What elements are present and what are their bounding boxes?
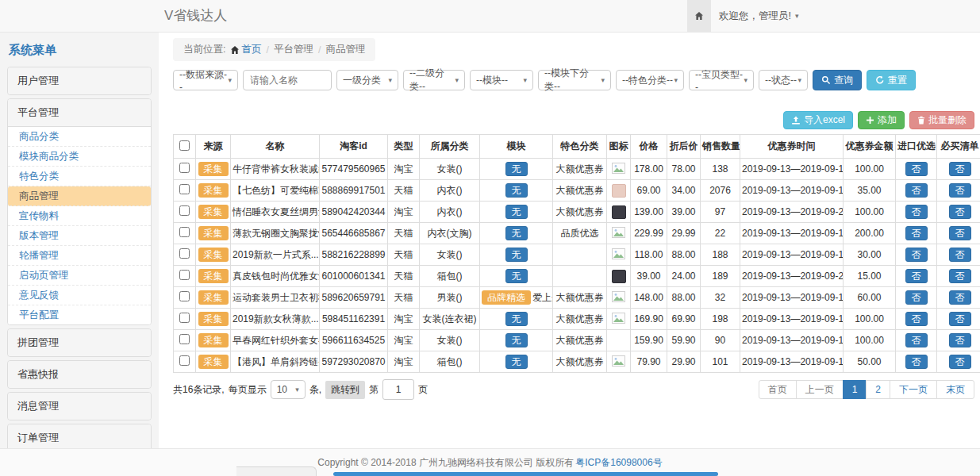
breadcrumb-separator: / [318,44,321,56]
sidebar-item-特色分类[interactable]: 特色分类 [8,167,151,186]
coupon-time-cell: 2019-09-13—2019-09-17 [740,309,844,330]
module-none-badge[interactable]: 无 [505,269,528,283]
row-checkbox[interactable] [179,355,190,366]
sidebar-item-启动页管理[interactable]: 启动页管理 [8,266,151,286]
filter-name-input[interactable] [243,70,332,90]
sidebar-group-header[interactable]: 平台管理 [8,99,151,127]
sidebar-item-平台配置[interactable]: 平台配置 [8,305,151,324]
sidebar-item-模块商品分类[interactable]: 模块商品分类 [8,147,151,167]
header-home-button[interactable] [687,0,711,32]
icp-link[interactable]: 粤ICP备16098006号 [575,456,662,470]
jump-button[interactable]: 跳转到 [325,381,365,399]
table-row: 采集牛仔背带裤女秋装减龄...577479560965淘宝女装()无大额优惠券1… [174,159,980,180]
sidebar-group-header[interactable]: 省惠快报 [8,361,151,388]
sales-cell: 32 [701,287,740,309]
filter-select-feature-category[interactable]: --特色分类--▾ [616,70,684,90]
pagination-row: 共16条记录, 每页显示 10 ▾ 条, 跳转到 第 页 首页上一页12下一页末… [173,379,974,400]
filter-select-module-sub-category[interactable]: --模块下分类--▾ [538,70,611,90]
select-all-checkbox[interactable] [179,140,190,151]
row-checkbox[interactable] [179,334,190,344]
filter-select-level1-category[interactable]: 一级分类▾ [336,70,398,90]
import-excel-button[interactable]: 导入excel [783,111,853,129]
user-menu[interactable]: 欢迎您，管理员! ▾ [719,0,799,32]
search-button[interactable]: 查询 [813,70,862,90]
filter-select-item-type[interactable]: --宝贝类型--▾ [689,70,754,90]
filter-select-data-source[interactable]: --数据来源--▾ [173,70,238,90]
feature-category-cell: 大额优惠券 [553,202,607,223]
page-button-上一页[interactable]: 上一页 [796,380,844,399]
imported-toggle[interactable]: 否 [905,205,928,219]
sidebar-item-商品管理[interactable]: 商品管理 [8,186,151,206]
row-checkbox[interactable] [179,184,190,194]
imported-toggle[interactable]: 否 [905,226,928,240]
must-buy-toggle[interactable]: 否 [949,226,971,240]
add-button[interactable]: 添加 [858,111,905,129]
module-none-badge[interactable]: 无 [505,312,528,326]
must-buy-toggle[interactable]: 否 [949,290,971,305]
sidebar-group: 平台管理商品分类模块商品分类特色分类商品管理宣传物料版本管理轮播管理启动页管理意… [7,98,152,325]
source-badge: 采集 [198,205,229,219]
imported-toggle[interactable]: 否 [905,355,928,369]
sidebar-group-header[interactable]: 订单管理 [8,424,151,448]
imported-toggle[interactable]: 否 [905,333,928,347]
filter-select-level2-category[interactable]: --二级分类--▾ [403,70,465,90]
sidebar-item-宣传物料[interactable]: 宣传物料 [8,206,151,226]
module-none-badge[interactable]: 无 [505,162,528,176]
sidebar-group-header[interactable]: 用户管理 [8,67,151,94]
page-button-首页[interactable]: 首页 [759,380,797,399]
sidebar-item-意见反馈[interactable]: 意见反馈 [8,286,151,305]
sidebar-item-轮播管理[interactable]: 轮播管理 [8,246,151,266]
filter-select-module[interactable]: --模块--▾ [470,70,533,90]
imported-toggle[interactable]: 否 [905,248,928,262]
module-none-badge[interactable]: 无 [505,183,528,198]
module-none-badge[interactable]: 无 [505,226,528,240]
must-buy-toggle[interactable]: 否 [949,205,971,219]
reset-button[interactable]: 重置 [867,70,916,90]
sidebar-item-版本管理[interactable]: 版本管理 [8,226,151,246]
page-button-2[interactable]: 2 [866,380,890,399]
sidebar-group-header[interactable]: 拼团管理 [8,329,151,356]
sales-cell: 188 [701,244,740,266]
breadcrumb-home-link[interactable]: 首页 [230,43,261,56]
row-checkbox[interactable] [179,270,190,280]
row-checkbox[interactable] [179,163,190,173]
must-buy-toggle[interactable]: 否 [949,162,971,176]
taoke-id-cell: 577479560965 [320,159,388,180]
row-checkbox[interactable] [179,313,190,323]
must-buy-toggle[interactable]: 否 [949,312,971,326]
sidebar-item-商品分类[interactable]: 商品分类 [8,127,151,147]
horizontal-scrollbar-thumb[interactable] [333,472,718,476]
imported-toggle[interactable]: 否 [905,183,928,198]
row-checkbox[interactable] [179,291,190,301]
module-none-badge[interactable]: 无 [505,205,528,219]
must-buy-toggle[interactable]: 否 [949,355,971,369]
imported-toggle[interactable]: 否 [905,162,928,176]
page-button-下一页[interactable]: 下一页 [890,380,937,399]
batch-delete-button[interactable]: 批量删除 [909,111,974,129]
row-checkbox[interactable] [179,248,190,259]
imported-toggle[interactable]: 否 [905,312,928,326]
type-cell: 天猫 [388,287,420,309]
must-buy-toggle[interactable]: 否 [949,183,971,198]
row-checkbox[interactable] [179,227,190,237]
sidebar-group-header[interactable]: 消息管理 [8,393,151,420]
row-checkbox[interactable] [179,205,190,216]
module-none-badge[interactable]: 无 [505,355,528,369]
page-button-1[interactable]: 1 [843,380,867,399]
module-none-badge[interactable]: 无 [505,333,528,347]
filter-select-status[interactable]: --状态--▾ [759,70,808,90]
must-buy-toggle[interactable]: 否 [949,333,971,347]
page-button-末页[interactable]: 末页 [936,380,974,399]
page-size-select[interactable]: 10 ▾ [271,380,306,399]
module-none-badge[interactable]: 无 [505,248,528,262]
must-buy-toggle[interactable]: 否 [949,269,971,283]
row-checkbox-cell [174,244,196,266]
imported-toggle[interactable]: 否 [905,269,928,283]
coupon-time-cell: 2019-09-13—2019-09-18 [740,351,844,373]
source-badge: 采集 [198,269,229,283]
must-buy-toggle[interactable]: 否 [949,248,971,262]
imported-toggle[interactable]: 否 [905,290,928,305]
price-cell: 118.00 [631,244,667,266]
jump-page-input[interactable] [382,379,414,400]
must-buy-cell: 否 [937,330,980,351]
